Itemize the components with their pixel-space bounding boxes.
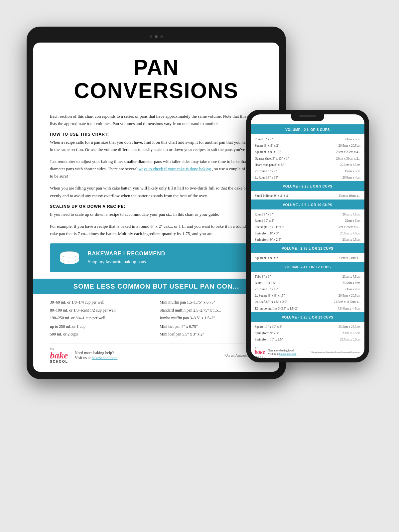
volume-section-header: VOLUME - 2.25 L OR 9 CUPS — [251, 181, 364, 191]
tablet-dot-2 — [155, 35, 158, 38]
pan-name: Square 8" x 8" x 2" — [255, 143, 338, 148]
pan-metric: 23cm x 5cm — [345, 137, 360, 142]
phone-pan-row: Tube 8" x 3"23cm x 7.5cm — [251, 274, 364, 280]
scene: PAN CONVERSIONS Each section of this cha… — [17, 17, 382, 515]
scaling-text1: If you need to scale up or down a recipe… — [50, 211, 263, 218]
footer-url-link[interactable]: bakeschool.com — [92, 355, 118, 360]
phone-pan-row: 12 jumbo muffins 3–3.5" x 1.5–2"7.5–8cm … — [251, 306, 364, 312]
phone-pan-row: Small Pullman 9" x 4" x 4"23cm x 10cm x.… — [251, 193, 364, 199]
muffin-row-left: 190–250 mL or 3/4–1 cup per well — [50, 315, 153, 322]
tablet-dot-1 — [150, 35, 152, 38]
volume-section-header: VOLUME - 2 L OR 8 CUPS — [251, 124, 364, 134]
bake-school-logo: the bake SCHOOL — [50, 348, 68, 363]
phone-pan-row: 2x Loaf 8.5" x 4.5" x 2.5"21.5cm x 11.5c… — [251, 299, 364, 305]
phone-pan-row: Heart cake pan 8" x 2.5"20.5cm x 6.5cm — [251, 162, 364, 168]
pan-name: Round 10" x 2" — [255, 218, 345, 223]
pan-name: 2x Round 6" x 2" — [255, 169, 345, 174]
pan-metric: 23cm x 23cm x 4... — [336, 150, 360, 155]
pan-metric: 21.5cm x 11.5cm x... — [334, 300, 360, 305]
tablet-dot-3 — [160, 35, 163, 38]
muffin-grid: 30–60 mL or 1/8–1/4 cup per wellMini muf… — [50, 299, 263, 338]
pan-metric: 7.5–8cm x 4–5cm — [338, 306, 360, 311]
phone-pan-row: Quarter sheet 9" x 13" x 1"23cm x 33cm x… — [251, 156, 364, 162]
tablet-screen: PAN CONVERSIONS Each section of this cha… — [33, 43, 279, 372]
pan-metric: 25.5cm x 25.5cm — [338, 325, 360, 330]
muffin-row-left: 30–60 mL or 1/8–1/4 cup per well — [50, 299, 153, 306]
pan-metric: 20cm x 7.5cm — [342, 212, 360, 217]
phone-pan-row: 2x Round 9" x 15"23cm x 4cm — [251, 286, 364, 293]
phone-pan-row: 2x Square 8" x 8" x 15"20.5cm x 20.5cm — [251, 293, 364, 299]
phone-content: VOLUME - 2 L OR 8 CUPSRound 9" x 2"23cm … — [251, 124, 364, 358]
shop-pans-link[interactable]: Shop my favourite baking pans — [88, 259, 146, 264]
pan-metric: 23cm x 4cm — [345, 287, 360, 292]
muffin-row-left: 80–100 mL or 1/3–scant 1/2 cup per well — [50, 307, 153, 314]
pan-name: Bundt 10" x 3.5" — [255, 281, 342, 286]
pan-icon — [58, 249, 81, 266]
pan-metric: 20.5cm x 4cm — [342, 175, 360, 180]
pan-name: Square 9" x 9" x 2" — [255, 256, 338, 261]
phone-pan-row: Springform 8" x 3"20.5cm x 7.5cm — [251, 230, 364, 237]
pan-metric: 18cm x 28cm x 5... — [336, 225, 360, 230]
pan-name: 2x Round 8" x 15" — [255, 175, 342, 180]
pan-name: 12 jumbo muffins 3–3.5" x 1.5–2" — [255, 306, 338, 311]
page-title: PAN CONVERSIONS — [50, 56, 263, 103]
pan-metric: 20.5cm x 20.5cm — [338, 143, 360, 148]
muffin-row-left: 500 mL or 2 cups — [50, 331, 153, 338]
tablet-content: PAN CONVERSIONS Each section of this cha… — [50, 56, 263, 363]
pan-name: Springform 8" x 3" — [255, 231, 340, 236]
pan-metric: 15cm x 5cm — [345, 169, 360, 174]
pan-metric: 23cm x 23cm x... — [338, 256, 360, 261]
pan-metric: 20.5cm x 7.5cm — [340, 231, 360, 236]
bakeware-text: BAKEWARE I RECOMMEND Shop my favourite b… — [88, 251, 165, 265]
pan-name: 2x Round 9" x 15" — [255, 287, 345, 292]
phone-pan-row: 2x Round 6" x 2"15cm x 5cm — [251, 168, 364, 175]
pan-metric: 20.5cm x 6.5cm — [340, 163, 360, 168]
cake-done-link[interactable]: ways to check if your cake is done bakin… — [139, 166, 211, 171]
bakeware-heading: BAKEWARE I RECOMMEND — [88, 251, 165, 257]
phone-pan-row: Bundt 10" x 3.5"25.5cm x 9cm — [251, 280, 364, 286]
pan-metric: 25cm x 5cm — [345, 218, 360, 223]
pan-metric: 20.5cm x 20.5cm — [338, 293, 360, 298]
svg-point-3 — [60, 251, 79, 257]
footer-text: Need more baking help? Visit us at bakes… — [75, 350, 118, 360]
scaling-heading: SCALING UP OR DOWN A RECIPE: — [50, 204, 263, 209]
pan-metric: 25.5cm x 9cm — [342, 281, 360, 286]
how-to-text1: When a recipe calls for a pan size that … — [50, 139, 263, 153]
pan-name: Springform 9" x 3" — [255, 331, 342, 336]
tablet-camera-bar — [33, 33, 279, 40]
pan-name: 2x Loaf 8.5" x 4.5" x 2.5" — [255, 300, 334, 305]
volume-section-header: VOLUME - 3 L OR 12 CUPS — [251, 262, 364, 272]
phone-pan-row: Round 10" x 2"25cm x 5cm — [251, 218, 364, 224]
phone-footer: thebakeSCHOOLNeed more baking help?Visit… — [251, 343, 364, 358]
phone-device: VOLUME - 2 L OR 8 CUPSRound 9" x 2"23cm … — [246, 110, 369, 362]
how-to-heading: HOW TO USE THIS CHART: — [50, 132, 263, 137]
phone-notch — [291, 114, 324, 121]
phone-screen: VOLUME - 2 L OR 8 CUPSRound 9" x 2"23cm … — [251, 114, 364, 358]
phone-pan-row: Round 8" x 3"20cm x 7.5cm — [251, 211, 364, 218]
pan-metric: 25.5cm x 6.5cm — [340, 337, 360, 342]
pan-name: Springform 9" x 2.5" — [255, 237, 342, 242]
pan-name: 2x Square 8" x 8" x 15" — [255, 293, 338, 298]
phone-logo: thebakeSCHOOL — [255, 346, 265, 358]
pan-name: Springform 10" x 2.5" — [255, 337, 340, 342]
pan-name: Small Pullman 9" x 4" x 4" — [255, 194, 338, 199]
pan-name: Square 10" x 10" x 2" — [255, 325, 338, 330]
phone-pan-row: Springform 9" x 3"23cm x 7.5cm — [251, 330, 364, 336]
pan-name: Square 9" x 9" x 15" — [255, 150, 336, 155]
pan-metric: 23cm x 33cm x 2... — [336, 156, 360, 161]
pan-metric: 23cm x 6.5cm — [342, 237, 360, 242]
pan-name: Round 9" x 2" — [255, 137, 345, 142]
how-to-text3: When you are filling your pan with cake … — [50, 185, 263, 199]
phone-pan-row: Square 9" x 9" x 15"23cm x 23cm x 4... — [251, 149, 364, 155]
phone-pan-row: Rectangle 7" x 11" x 2"18cm x 28cm x 5..… — [251, 224, 364, 230]
pan-metric: 23cm x 7.5cm — [342, 331, 360, 336]
pan-name: Tube 8" x 3" — [255, 274, 342, 279]
intro-text: Each section of this chart corresponds t… — [50, 113, 263, 127]
pan-name: Round 8" x 3" — [255, 212, 342, 217]
phone-pan-row: Springform 10" x 2.5"25.5cm x 6.5cm — [251, 336, 364, 343]
pan-metric: 23cm x 10cm x... — [338, 194, 360, 199]
pan-name: Quarter sheet 9" x 13" x 1" — [255, 156, 336, 161]
volume-section-header: VOLUME - 2.5 L OR 10 CUPS — [251, 200, 364, 209]
phone-pan-row: 2x Round 8" x 15"20.5cm x 4cm — [251, 175, 364, 181]
phone-pan-row: Springform 9" x 2.5"23cm x 6.5cm — [251, 237, 364, 243]
